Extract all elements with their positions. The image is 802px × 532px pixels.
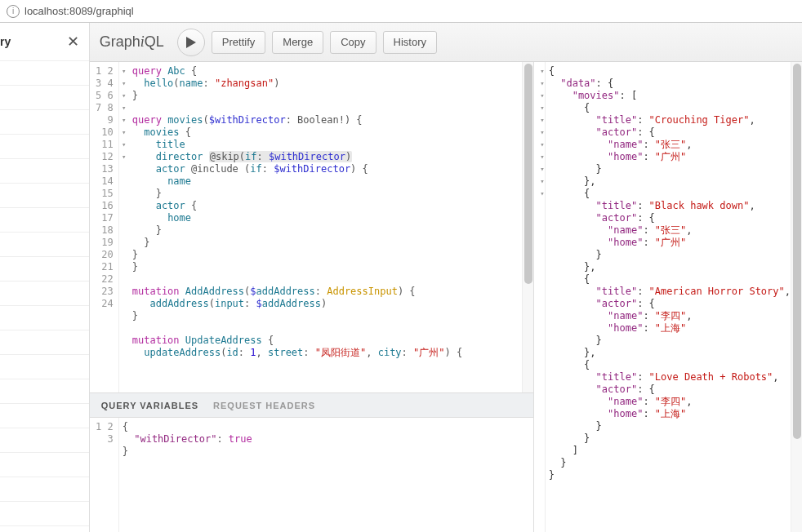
editor-body[interactable]: 1 2 3 4 5 6 7 8 9 10 11 12 13 14 15 16 1… [90,62,533,392]
editor-scrollbar[interactable] [522,62,533,392]
copy-button[interactable]: Copy [330,31,376,54]
list-item[interactable] [0,61,89,86]
variables-body[interactable]: 1 2 3 { "withDirector": true } [90,418,533,532]
history-panel: ry ✕ [0,23,90,532]
tab-request-headers[interactable]: REQUEST HEADERS [213,401,315,410]
prettify-button[interactable]: Prettify [212,31,265,54]
address-bar[interactable]: i localhost:8089/graphiql [0,0,802,23]
result-pane: ▾ ▾ ▾ ▾ ▾ ▾ ▾ ▾ ▾ ▾ ▾ { "data": { "movie… [533,62,802,532]
list-item[interactable] [0,453,89,477]
variables-tabs: QUERY VARIABLES REQUEST HEADERS [90,393,533,418]
info-icon: i [7,5,20,18]
variables-pane: QUERY VARIABLES REQUEST HEADERS 1 2 3 { … [90,392,533,532]
list-item[interactable] [0,257,89,282]
history-button[interactable]: History [383,31,437,54]
graphiql-panel: GraphiQL Prettify Merge Copy History 1 2… [90,23,802,532]
result-body: ▾ ▾ ▾ ▾ ▾ ▾ ▾ ▾ ▾ ▾ ▾ { "data": { "movie… [534,62,802,532]
query-editor: 1 2 3 4 5 6 7 8 9 10 11 12 13 14 15 16 1… [90,62,533,532]
list-item[interactable] [0,184,89,208]
fold-gutter[interactable]: ▾ ▾ ▾ ▾ ▾ ▾ ▾ ▾ [119,62,129,392]
list-item[interactable] [0,502,89,526]
code-area[interactable]: query Abc { hello(name: "zhangsan") } qu… [129,62,522,392]
list-item[interactable] [0,135,89,159]
list-item[interactable] [0,379,89,404]
list-item[interactable] [0,330,89,355]
scrollbar-thumb[interactable] [524,64,532,284]
play-icon [186,37,196,48]
scrollbar-thumb[interactable] [793,64,801,439]
list-item[interactable] [0,110,89,135]
tab-query-variables[interactable]: QUERY VARIABLES [101,401,198,410]
run-button[interactable] [177,29,205,56]
result-scrollbar[interactable] [791,62,802,532]
graphiql-logo: GraphiQL [100,33,164,51]
line-gutter: 1 2 3 4 5 6 7 8 9 10 11 12 13 14 15 16 1… [90,62,119,392]
list-item[interactable] [0,282,89,306]
list-item[interactable] [0,428,89,453]
result-code: { "data": { "movies": [ { "title": "Crou… [546,62,791,532]
list-item[interactable] [0,306,89,330]
history-panel-title: ry [0,35,11,48]
list-item[interactable] [0,86,89,110]
merge-button[interactable]: Merge [272,31,323,54]
list-item[interactable] [0,404,89,428]
list-item[interactable] [0,477,89,502]
address-url: localhost:8089/graphiql [25,5,134,17]
list-item[interactable] [0,355,89,379]
list-item[interactable] [0,208,89,233]
list-item[interactable] [0,233,89,257]
list-item[interactable] [0,159,89,184]
result-fold-gutter[interactable]: ▾ ▾ ▾ ▾ ▾ ▾ ▾ ▾ ▾ ▾ ▾ [534,62,546,532]
variables-code[interactable]: { "withDirector": true } [119,418,533,532]
close-icon[interactable]: ✕ [67,33,82,51]
history-list [0,61,89,526]
history-panel-header: ry ✕ [0,23,89,61]
workspace: 1 2 3 4 5 6 7 8 9 10 11 12 13 14 15 16 1… [90,62,802,532]
line-gutter: 1 2 3 [90,418,119,532]
toolbar: GraphiQL Prettify Merge Copy History [90,23,802,62]
main: ry ✕ GraphiQL [0,23,802,532]
